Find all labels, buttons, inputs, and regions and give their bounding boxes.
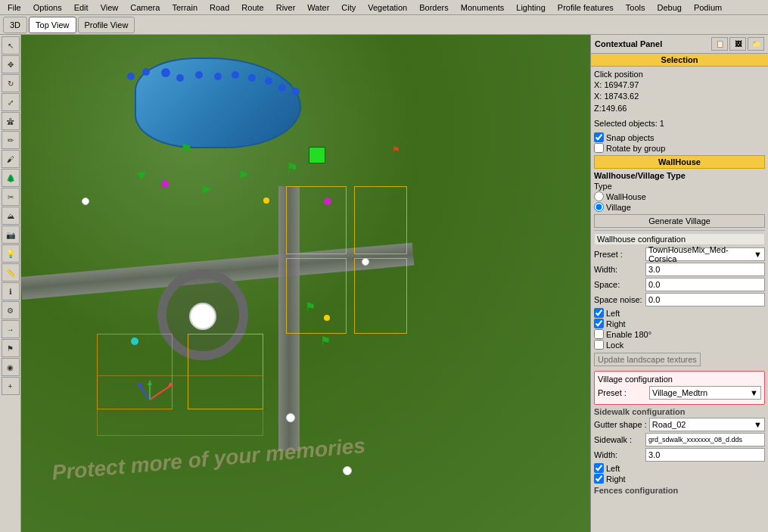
space-noise-label: Space noise: [594, 295, 643, 304]
city-block-1 [286, 186, 347, 254]
snap-objects-row[interactable]: Snap objects [594, 132, 765, 142]
lt-btn-info[interactable]: ℹ [2, 282, 20, 300]
sidewalk-left-checkbox[interactable] [594, 463, 604, 473]
lt-btn-scale[interactable]: ⤢ [2, 93, 20, 111]
right-checkbox[interactable] [594, 319, 604, 328]
separator-1 [594, 230, 765, 231]
lt-btn-terrain[interactable]: ⛰ [2, 207, 20, 225]
village-radio[interactable] [594, 202, 604, 212]
lt-btn-paint[interactable]: 🖌 [2, 150, 20, 168]
btn-top-view[interactable]: Top View [29, 17, 76, 33]
coord-z: Z:149.66 [594, 103, 765, 114]
lt-btn-measure[interactable]: 📏 [2, 263, 20, 282]
lt-btn-rotate[interactable]: ↻ [2, 74, 20, 92]
marker-blue-1 [127, 73, 135, 80]
village-radio-row[interactable]: Village [594, 202, 765, 212]
sidewalk-row: Sidewalk : [594, 433, 765, 446]
lock-checkbox[interactable] [594, 340, 604, 350]
btn-3d[interactable]: 3D [3, 17, 27, 33]
lt-btn-arrow[interactable]: → [2, 320, 20, 338]
space-noise-input[interactable] [645, 293, 765, 306]
btn-profile-view[interactable]: Profile View [78, 17, 135, 33]
panel-icon-3[interactable]: 📁 [748, 37, 764, 51]
village-config-box: Village configuration Preset : Village_M… [594, 371, 765, 405]
lt-btn-node[interactable]: ◉ [2, 358, 20, 376]
water-body [135, 58, 301, 148]
menu-view[interactable]: View [95, 2, 125, 13]
enable-180-row[interactable]: Enable 180° [594, 329, 765, 339]
panel-icon-2[interactable]: 🖼 [729, 37, 746, 51]
menu-borders[interactable]: Borders [413, 2, 455, 13]
lt-btn-config[interactable]: ⚙ [2, 301, 20, 319]
rotate-by-group-checkbox[interactable] [594, 143, 604, 153]
sidewalk-width-row: Width: [594, 448, 765, 462]
rotate-by-group-label: Rotate by group [606, 144, 665, 153]
coord-axes [135, 373, 180, 411]
marker-blue-11 [292, 88, 300, 95]
sidewalk-right-row[interactable]: Right [594, 474, 765, 484]
sidewalk-right-checkbox[interactable] [594, 474, 604, 484]
menu-lighting[interactable]: Lighting [510, 2, 552, 13]
menu-water[interactable]: Water [301, 2, 335, 13]
village-preset-dropdown[interactable]: Village_Medtrn ▼ [649, 386, 761, 400]
marker-white-4 [343, 466, 352, 475]
preset-dropdown[interactable]: TownHouseMix_Med-Corsica ▼ [645, 247, 765, 261]
menu-river[interactable]: River [270, 2, 302, 13]
lt-btn-extra[interactable]: + [2, 377, 20, 395]
panel-content[interactable]: Click position X: 16947.97 X: 18743.62 Z… [591, 67, 768, 532]
lt-btn-camera[interactable]: 📷 [2, 226, 20, 244]
menu-tools[interactable]: Tools [620, 2, 651, 13]
sidewalk-input[interactable] [645, 433, 765, 446]
gutter-shape-value: Road_02 [652, 420, 686, 429]
menu-road[interactable]: Road [204, 2, 235, 13]
lt-btn-flag[interactable]: ⚑ [2, 339, 20, 357]
marker-blue-6 [214, 73, 222, 80]
menu-podium[interactable]: Podium [688, 2, 728, 13]
lt-btn-delete[interactable]: ✂ [2, 188, 20, 206]
menu-file[interactable]: File [2, 2, 27, 13]
wallhouse-radio-row[interactable]: WallHouse [594, 191, 765, 201]
menu-terrain[interactable]: Terrain [166, 2, 204, 13]
menu-profile-features[interactable]: Profile features [552, 2, 620, 13]
menu-city[interactable]: City [335, 2, 362, 13]
lt-btn-move[interactable]: ✥ [2, 55, 20, 73]
generate-village-button[interactable]: Generate Village [594, 214, 765, 228]
sidewalk-left-row[interactable]: Left [594, 463, 765, 473]
left-check-row[interactable]: Left [594, 308, 765, 318]
wallhouse-radio[interactable] [594, 191, 604, 201]
menu-route[interactable]: Route [235, 2, 269, 13]
lt-btn-draw[interactable]: ✏ [2, 131, 20, 149]
marker-magenta-2 [324, 198, 331, 205]
lt-btn-cursor[interactable]: ↖ [2, 36, 20, 54]
menu-camera[interactable]: Camera [124, 2, 166, 13]
gutter-shape-row: Gutter shape : Road_02 ▼ [594, 418, 765, 431]
lt-btn-light[interactable]: 💡 [2, 244, 20, 263]
panel-icon-1[interactable]: 📋 [711, 37, 728, 51]
space-label: Space: [594, 280, 643, 289]
lt-btn-road[interactable]: 🛣 [2, 112, 20, 130]
snap-objects-checkbox[interactable] [594, 132, 604, 142]
arrow-green-2: ▶ [203, 182, 211, 194]
menu-monuments[interactable]: Monuments [455, 2, 510, 13]
marker-blue-9 [265, 77, 272, 85]
menu-vegetation[interactable]: Vegetation [362, 2, 413, 13]
sidewalk-width-input[interactable] [645, 448, 765, 462]
right-check-row[interactable]: Right [594, 319, 765, 328]
lock-label: Lock [606, 341, 623, 350]
update-landscape-button[interactable]: Update landscape textures [594, 353, 701, 366]
enable-180-checkbox[interactable] [594, 329, 604, 339]
menu-edit[interactable]: Edit [68, 2, 95, 13]
left-checkbox[interactable] [594, 308, 604, 318]
marker-yellow-2 [324, 315, 330, 321]
lt-btn-tree[interactable]: 🌲 [2, 169, 20, 187]
space-input[interactable] [645, 278, 765, 291]
rotate-by-group-row[interactable]: Rotate by group [594, 143, 765, 153]
sidewalk-label: Sidewalk : [594, 435, 643, 444]
menu-options[interactable]: Options [27, 2, 68, 13]
menu-debug[interactable]: Debug [651, 2, 687, 13]
preset-dropdown-arrow: ▼ [754, 250, 762, 259]
gutter-shape-dropdown[interactable]: Road_02 ▼ [649, 418, 765, 431]
width-input[interactable] [645, 263, 765, 276]
viewport[interactable]: ⚑ ⚑ ⚑ ⚑ ▶ ▶ ▶ ⚑ [21, 35, 590, 532]
lock-row[interactable]: Lock [594, 340, 765, 350]
